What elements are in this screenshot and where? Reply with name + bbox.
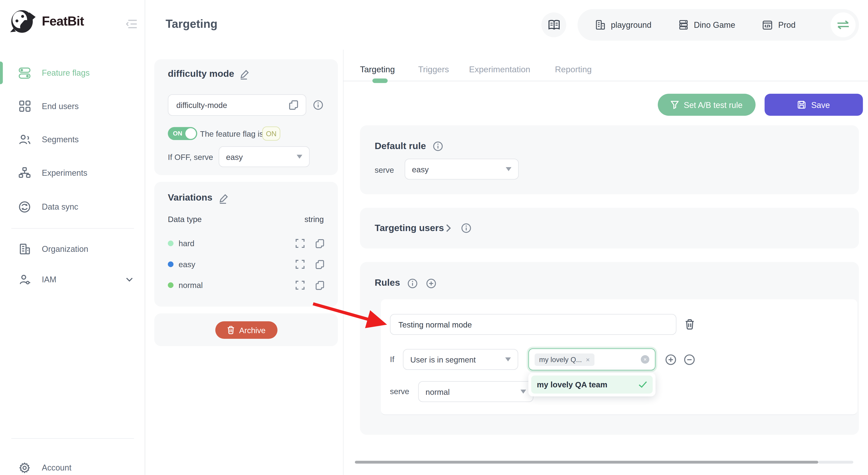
flag-toggle[interactable]: ON [168, 127, 197, 140]
logo-text: FeatBit [42, 13, 84, 29]
default-rule-card: Default rule serve easy [360, 125, 859, 194]
sidebar-item-experiments[interactable]: Experiments [0, 160, 145, 185]
expand-variation-icon[interactable] [296, 239, 305, 248]
variation-name: easy [179, 260, 195, 269]
edit-flag-name-icon[interactable] [240, 70, 249, 80]
sidebar-divider-bottom [11, 438, 134, 439]
remove-condition-icon[interactable] [684, 354, 695, 366]
server-icon [679, 20, 688, 30]
save-label: Save [811, 100, 830, 109]
variation-name: hard [179, 239, 194, 248]
add-condition-icon[interactable] [665, 354, 677, 366]
tab-triggers[interactable]: Triggers [418, 64, 449, 74]
sidebar-divider [11, 228, 134, 229]
archive-button[interactable]: Archive [215, 321, 278, 339]
targeting-users-info-icon[interactable] [461, 223, 471, 233]
rules-title: Rules [375, 277, 400, 288]
logo[interactable]: FeatBit [9, 8, 84, 34]
project-icon [596, 20, 605, 30]
segment-tag-label: my lovely Q... [539, 355, 582, 364]
expand-variation-icon[interactable] [296, 281, 305, 290]
segment-multiselect[interactable]: my lovely Q... × × [528, 348, 656, 371]
sidebar-item-account[interactable]: Account [0, 455, 145, 475]
variation-name: normal [179, 281, 203, 290]
variation-color-dot [168, 241, 174, 246]
save-button[interactable]: Save [765, 94, 863, 116]
copy-variation-icon[interactable] [315, 239, 324, 248]
chevron-down-icon [126, 277, 133, 282]
rule-serve-label: serve [390, 387, 409, 396]
edit-variations-icon[interactable] [219, 194, 228, 204]
tab-targeting[interactable]: Targeting [360, 64, 395, 74]
sidebar-item-feature-flags[interactable]: Feature flags [0, 61, 145, 86]
sidebar-item-iam[interactable]: IAM [0, 267, 145, 292]
flag-state-text: The feature flag is [200, 129, 264, 138]
caret-down-icon [506, 167, 512, 171]
flag-state-badge: ON [262, 127, 280, 141]
sidebar-item-segments[interactable]: Segments [0, 127, 145, 152]
rule-name-input[interactable] [390, 314, 677, 335]
switch-environment-button[interactable] [831, 12, 856, 37]
active-indicator [0, 62, 3, 84]
variations-title: Variations [168, 192, 213, 203]
variation-color-dot [168, 262, 174, 267]
flag-key-input[interactable] [168, 94, 307, 116]
expand-variation-icon[interactable] [296, 260, 305, 269]
delete-rule-icon[interactable] [685, 319, 694, 330]
page-title: Targeting [166, 17, 218, 31]
copy-variation-icon[interactable] [315, 280, 324, 290]
sidebar: FeatBit Feature flags [0, 0, 145, 475]
sidebar-item-label: Account [42, 463, 71, 472]
off-serve-value: easy [226, 152, 243, 161]
add-rule-icon[interactable] [426, 278, 436, 289]
docs-button[interactable] [541, 12, 566, 37]
rule-serve-select[interactable]: normal [418, 381, 533, 402]
app-root: FeatBit Feature flags [0, 0, 868, 475]
copy-variation-icon[interactable] [315, 260, 324, 269]
targeting-users-card: Targeting users [360, 208, 859, 248]
project-name: playground [611, 20, 651, 29]
copy-key-icon[interactable] [289, 100, 299, 110]
horizontal-scrollbar-thumb[interactable] [355, 461, 818, 464]
segment-option[interactable]: my lovely QA team [531, 376, 653, 394]
default-serve-select[interactable]: easy [405, 159, 519, 180]
environment-name: Prod [778, 20, 796, 29]
rules-info-icon[interactable] [408, 278, 418, 289]
funnel-icon [671, 101, 679, 109]
condition-select[interactable]: User is in segment [403, 349, 518, 370]
chevron-right-icon[interactable] [446, 224, 451, 232]
off-serve-select[interactable]: easy [219, 146, 310, 167]
tab-experimentation[interactable]: Experimentation [469, 64, 530, 74]
default-rule-info-icon[interactable] [433, 141, 443, 151]
condition-value: User is in segment [410, 355, 476, 364]
sidebar-item-label: IAM [42, 275, 56, 284]
sidebar-item-end-users[interactable]: End users [0, 94, 145, 118]
horizontal-scrollbar-track[interactable] [818, 461, 853, 464]
iam-icon [19, 274, 31, 285]
segments-icon [19, 134, 31, 145]
targeting-users-title: Targeting users [375, 223, 444, 233]
env-selector[interactable]: Prod [763, 20, 796, 30]
check-icon [639, 381, 647, 388]
sidebar-item-organization[interactable]: Organization [0, 237, 145, 262]
default-serve-value: easy [412, 165, 429, 174]
segment-tag: my lovely Q... × [535, 353, 594, 366]
save-icon [798, 101, 806, 109]
top-header: Targeting playground [145, 0, 868, 50]
end-users-icon [19, 101, 31, 112]
tab-reporting[interactable]: Reporting [555, 64, 592, 74]
remove-tag-icon[interactable]: × [586, 355, 590, 364]
set-ab-test-rule-button[interactable]: Set A/B test rule [658, 94, 756, 116]
if-label: If [390, 354, 394, 364]
code-window-icon [763, 20, 773, 30]
collapse-sidebar-icon[interactable] [126, 19, 137, 29]
key-info-icon[interactable] [313, 100, 323, 110]
variations-card: Variations Data type string hard [154, 182, 338, 307]
flag-name: difficulty mode [168, 68, 234, 79]
rule-block: If User is in segment my lovely Q... × × [381, 299, 857, 415]
clear-selection-icon[interactable]: × [641, 355, 649, 364]
project-selector[interactable]: playground [596, 20, 651, 30]
product-selector[interactable]: Dino Game [679, 20, 735, 30]
sidebar-item-data-sync[interactable]: Data sync [0, 194, 145, 219]
sidebar-item-label: Experiments [42, 168, 87, 177]
